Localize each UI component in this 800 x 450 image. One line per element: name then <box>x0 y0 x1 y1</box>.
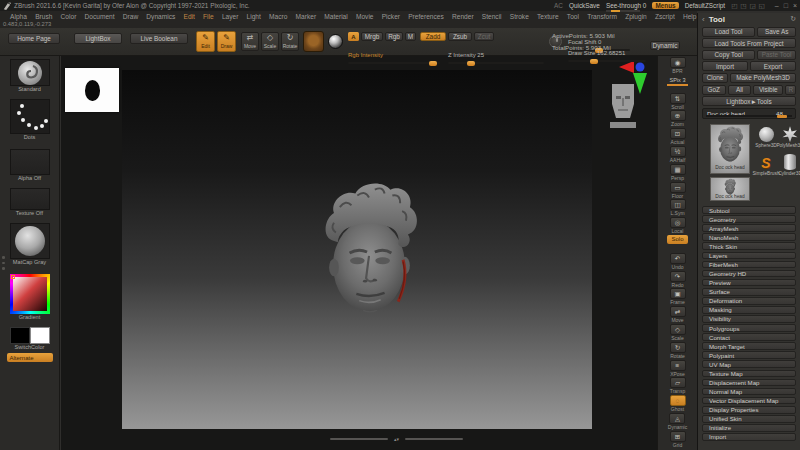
tool-section[interactable]: Contact <box>702 333 796 341</box>
tool-item-dochead[interactable]: Doc ock head <box>710 177 750 201</box>
bottom-tray-handle[interactable]: ▴▾ <box>269 436 524 442</box>
tool-section[interactable]: Masking <box>702 306 796 314</box>
rotate-mode-button[interactable]: ↻Rotate <box>281 32 299 51</box>
menu-item[interactable]: Stroke <box>506 13 533 20</box>
tool-inventory-handle[interactable] <box>777 115 787 118</box>
switch-color-button[interactable]: SwitchColor <box>10 344 50 351</box>
close-button[interactable]: × <box>793 2 797 9</box>
right-shelf-item[interactable]: ⇅ Scroll <box>670 93 686 111</box>
lightbox-button[interactable]: LightBox <box>74 33 122 44</box>
right-shelf-item[interactable]: ◎ Local <box>670 217 686 235</box>
live-boolean-button[interactable]: Live Boolean <box>130 33 188 44</box>
menu-item[interactable]: Preferences <box>404 13 448 20</box>
make-polymesh3d-button[interactable]: Make PolyMesh3D <box>730 73 796 83</box>
tool-item-cylinder3d[interactable]: Cylinder3D <box>778 150 800 178</box>
menu-item[interactable]: Movie <box>352 13 378 20</box>
right-shelf-item[interactable]: ▱ Transp <box>670 377 686 395</box>
color-a-chip[interactable]: A <box>348 32 359 41</box>
menu-item[interactable]: Marker <box>291 13 320 20</box>
tool-section[interactable]: Import <box>702 433 796 441</box>
tool-section[interactable]: Deformation <box>702 297 796 305</box>
menu-item[interactable]: Color <box>56 13 80 20</box>
right-shelf-item[interactable]: ▭ Floor <box>670 182 686 200</box>
right-shelf-item[interactable]: ↷ Redo <box>670 271 686 289</box>
menu-item[interactable]: Edit <box>179 13 199 20</box>
texture-selector[interactable]: Texture Off <box>10 188 50 217</box>
tool-item-sphere3d[interactable]: Sphere3D <box>754 122 778 150</box>
material-selector[interactable]: MatCap Gray <box>10 223 50 266</box>
palette-scroll-icon[interactable]: ‹ <box>702 15 705 24</box>
menu-item[interactable]: Transform <box>583 13 621 20</box>
menu-item[interactable]: Brush <box>31 13 56 20</box>
menu-item[interactable]: Zplugin <box>621 13 651 20</box>
load-tool-button[interactable]: Load Tool <box>702 27 755 37</box>
tool-section[interactable]: Subtool <box>702 206 796 214</box>
tool-section[interactable]: Initialize <box>702 424 796 432</box>
tool-item-polymesh3d[interactable]: PolyMesh3D <box>778 122 800 150</box>
right-shelf-item[interactable]: ↶ Undo <box>670 253 686 271</box>
right-shelf-item[interactable]: ½ AAHalf <box>670 146 686 164</box>
minimize-button[interactable]: – <box>775 2 779 9</box>
menu-item[interactable]: Light <box>242 13 265 20</box>
tool-section[interactable]: UV Map <box>702 360 796 368</box>
layout-icon[interactable]: ◳ <box>740 2 746 10</box>
paste-tool-button[interactable]: Paste Tool <box>757 50 796 60</box>
palette-cycle-icon[interactable]: ↻ <box>790 15 796 23</box>
menu-item[interactable]: Tool <box>563 13 583 20</box>
tool-section[interactable]: Unified Skin <box>702 415 796 423</box>
import-button[interactable]: Import <box>702 61 748 71</box>
menu-item[interactable]: Texture <box>533 13 563 20</box>
right-shelf-item[interactable]: ↻ Rotate <box>670 342 686 360</box>
layout-icon[interactable]: ◲ <box>749 2 755 10</box>
m-button[interactable]: M <box>405 32 416 41</box>
active-tool-thumbnail[interactable]: Doc ock head <box>710 124 750 174</box>
menu-item[interactable]: Macro <box>265 13 292 20</box>
menu-item[interactable]: Document <box>80 13 118 20</box>
goz-visible-button[interactable]: Visible <box>753 85 783 95</box>
goz-r-button[interactable]: R <box>785 85 796 95</box>
tool-section[interactable]: NanoMesh <box>702 233 796 241</box>
rgb-intensity-slider[interactable]: Rgb Intensity <box>348 43 440 64</box>
tool-section[interactable]: Texture Map <box>702 370 796 378</box>
draw-mode-button[interactable]: ✎Draw <box>217 31 236 52</box>
right-shelf-item[interactable]: ⊡ Actual <box>670 128 686 146</box>
tool-inventory-slider[interactable]: Doc ock head 48 <box>702 108 796 119</box>
tool-section[interactable]: Display Properties <box>702 406 796 414</box>
restore-button[interactable]: □ <box>784 2 788 9</box>
tool-section[interactable]: Preview <box>702 279 796 287</box>
menu-item[interactable]: Alpha <box>6 13 31 20</box>
axis-gizmo-icon[interactable] <box>617 58 657 100</box>
right-shelf-item[interactable]: ≡ XPose <box>670 360 686 378</box>
tool-section[interactable]: Normal Map <box>702 388 796 396</box>
save-as-button[interactable]: Save As <box>757 27 796 37</box>
menu-item[interactable]: Zscript <box>651 13 679 20</box>
load-tools-from-project-button[interactable]: Load Tools From Project <box>702 38 796 48</box>
color-picker[interactable]: Gradient <box>10 274 50 321</box>
menus-toggle-button[interactable]: Menus <box>652 2 678 9</box>
lightbox-tools-button[interactable]: Lightbox►Tools <box>702 96 796 106</box>
right-shelf-item[interactable]: ◬ Dynamic <box>668 413 687 431</box>
menu-item[interactable]: Material <box>320 13 352 20</box>
goz-all-button[interactable]: All <box>728 85 752 95</box>
zcut-button[interactable]: Zcut <box>474 32 494 41</box>
rgb-button[interactable]: Rgb <box>385 32 403 41</box>
menu-item[interactable]: Dynamics <box>142 13 179 20</box>
menu-item[interactable]: File <box>199 13 218 20</box>
tool-section[interactable]: Layers <box>702 252 796 260</box>
menu-item[interactable]: Render <box>448 13 478 20</box>
alpha-selector[interactable]: Alpha Off <box>10 149 50 182</box>
tool-section[interactable]: Surface <box>702 288 796 296</box>
tool-section[interactable]: FiberMesh <box>702 261 796 269</box>
move-mode-button[interactable]: ⇄Move <box>241 32 259 51</box>
tool-section[interactable]: Visibility <box>702 315 796 323</box>
tool-section[interactable]: Displacement Map <box>702 379 796 387</box>
scale-mode-button[interactable]: ◇Scale <box>261 32 279 51</box>
tool-section[interactable]: Polypaint <box>702 351 796 359</box>
shelf-drag-handle[interactable] <box>2 256 5 274</box>
primary-color-swatch[interactable] <box>10 327 30 344</box>
menu-item[interactable]: Draw <box>119 13 143 20</box>
tool-section[interactable]: Morph Target <box>702 342 796 350</box>
right-shelf-item[interactable]: ⇄ Move <box>670 306 686 324</box>
right-shelf-item[interactable]: ⊞ Grid <box>670 431 686 449</box>
sculpt-head-model[interactable] <box>310 178 428 324</box>
